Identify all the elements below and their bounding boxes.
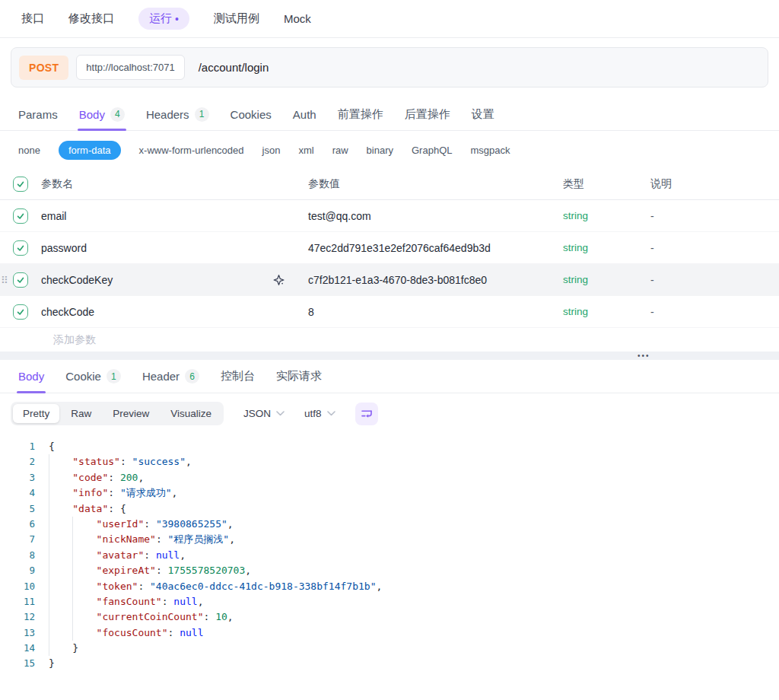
tab-label: Cookies bbox=[231, 108, 272, 121]
tab-label: 设置 bbox=[472, 107, 494, 122]
encoding-dropdown[interactable]: utf8 bbox=[304, 408, 335, 419]
top-tab[interactable]: 测试用例 • bbox=[214, 11, 259, 26]
tab[interactable]: 实际请求 bbox=[276, 360, 322, 393]
chevron-down-icon bbox=[276, 411, 285, 416]
tab-label: Params bbox=[18, 108, 58, 121]
code-line: 12"currentCoinCount": 10, bbox=[0, 609, 779, 625]
splitter-dots-icon[interactable]: ••• bbox=[638, 351, 650, 359]
code-content: "avatar": null, bbox=[35, 548, 186, 563]
params-table-header: 参数名 参数值 类型 说明 bbox=[0, 168, 779, 200]
param-name[interactable]: checkCode bbox=[41, 306, 308, 318]
body-type-option[interactable]: raw bbox=[332, 145, 348, 156]
tab[interactable]: 控制台 bbox=[221, 360, 255, 393]
code-line: 6"userId": "3980865255", bbox=[0, 517, 779, 532]
body-type-option[interactable]: msgpack bbox=[470, 145, 510, 156]
tab[interactable]: Auth bbox=[293, 98, 316, 130]
line-number: 8 bbox=[0, 548, 35, 563]
view-mode-button[interactable]: Pretty bbox=[13, 404, 59, 423]
param-value[interactable]: 47ec2dd791e31e2ef2076caf64ed9b3d bbox=[308, 242, 563, 254]
top-tab-label: 测试用例 bbox=[214, 11, 259, 26]
view-mode-button[interactable]: Raw bbox=[61, 404, 101, 423]
line-number: 2 bbox=[0, 454, 35, 469]
line-number: 15 bbox=[0, 656, 35, 671]
tab-label: Header bbox=[142, 370, 180, 383]
column-header-type: 类型 bbox=[563, 177, 650, 191]
tab[interactable]: Headers 1 bbox=[146, 98, 209, 130]
code-content: "info": "请求成功", bbox=[35, 485, 177, 501]
tab[interactable]: Cookies bbox=[231, 98, 272, 130]
tab[interactable]: 设置 bbox=[472, 98, 494, 130]
top-tab-label: Mock bbox=[284, 12, 311, 25]
checkbox-checked-icon[interactable] bbox=[13, 304, 28, 320]
param-name[interactable]: email bbox=[41, 210, 308, 222]
view-mode-button[interactable]: Preview bbox=[103, 404, 159, 423]
checkbox-checked-icon[interactable] bbox=[13, 208, 28, 224]
drag-handle-icon[interactable]: ⠿ bbox=[1, 274, 8, 285]
checkbox-checked-icon[interactable] bbox=[13, 240, 28, 256]
line-number: 9 bbox=[0, 563, 35, 578]
param-description[interactable]: - bbox=[650, 210, 779, 222]
top-tab[interactable]: 修改接口 • bbox=[68, 11, 114, 26]
checkbox-checked-icon[interactable] bbox=[13, 272, 28, 288]
top-tab[interactable]: 接口 • bbox=[21, 11, 44, 26]
panel-splitter[interactable]: ••• bbox=[0, 352, 779, 360]
param-type[interactable]: string bbox=[563, 242, 650, 253]
body-type-option[interactable]: x-www-form-urlencoded bbox=[139, 145, 244, 156]
code-content: } bbox=[35, 656, 55, 671]
method-select[interactable]: POST bbox=[19, 56, 68, 80]
param-name[interactable]: password bbox=[41, 242, 308, 254]
body-type-option[interactable]: GraphQL bbox=[412, 145, 452, 156]
param-type[interactable]: string bbox=[563, 210, 650, 221]
param-description[interactable]: - bbox=[650, 274, 779, 286]
indent-guide bbox=[49, 532, 72, 547]
magic-wand-icon[interactable] bbox=[272, 273, 285, 286]
request-path-field[interactable]: /account/login bbox=[199, 61, 269, 74]
tab[interactable]: 后置操作 bbox=[405, 98, 450, 130]
body-type-option[interactable]: none bbox=[18, 145, 40, 156]
body-type-option[interactable]: json bbox=[262, 145, 281, 156]
request-bar: POST http://localhost:7071 /account/logi… bbox=[11, 47, 768, 88]
code-line: 7"nickName": "程序员搁浅", bbox=[0, 532, 779, 547]
header-checkbox-cell bbox=[0, 177, 41, 192]
body-type-option[interactable]: binary bbox=[367, 145, 393, 156]
tab[interactable]: Header 6 bbox=[142, 360, 199, 393]
param-row: ⠿ checkCode 8 string - bbox=[0, 296, 779, 328]
top-tab-label: 修改接口 bbox=[68, 11, 114, 26]
tab[interactable]: 前置操作 bbox=[338, 98, 383, 130]
param-value[interactable]: 8 bbox=[308, 306, 563, 318]
tab[interactable]: Params bbox=[18, 98, 58, 130]
checkbox-checked-icon[interactable] bbox=[13, 177, 28, 192]
param-type[interactable]: string bbox=[563, 306, 650, 317]
code-content: "status": "success", bbox=[35, 454, 192, 469]
param-description[interactable]: - bbox=[650, 306, 779, 318]
tab-label: Auth bbox=[293, 108, 316, 121]
tab-count-badge: 4 bbox=[110, 107, 125, 122]
word-wrap-button[interactable] bbox=[355, 402, 378, 425]
tab[interactable]: Cookie 1 bbox=[65, 360, 121, 393]
param-name[interactable]: checkCodeKey bbox=[41, 274, 308, 286]
indent-guide bbox=[49, 594, 72, 609]
base-url-field[interactable]: http://localhost:7071 bbox=[76, 55, 184, 80]
line-number: 6 bbox=[0, 517, 35, 532]
tab[interactable]: Body bbox=[18, 360, 44, 393]
top-tab-label: 接口 bbox=[21, 11, 44, 26]
line-number: 7 bbox=[0, 532, 35, 547]
param-value[interactable]: c7f2b121-e1a3-4670-8de3-b081fc8e0 bbox=[308, 274, 563, 286]
tab[interactable]: Body 4 bbox=[79, 98, 125, 130]
request-bar-section: POST http://localhost:7071 /account/logi… bbox=[0, 38, 779, 98]
top-tab[interactable]: 运行 • bbox=[138, 8, 189, 30]
view-mode-switcher: PrettyRawPreviewVisualize bbox=[11, 402, 224, 425]
view-mode-button[interactable]: Visualize bbox=[161, 404, 221, 423]
code-line: 15} bbox=[0, 656, 779, 671]
param-description[interactable]: - bbox=[650, 242, 779, 254]
add-param-button[interactable]: 添加参数 bbox=[0, 328, 779, 352]
line-number: 11 bbox=[0, 594, 35, 609]
indent-guide bbox=[49, 563, 72, 578]
format-dropdown[interactable]: JSON bbox=[243, 408, 285, 419]
line-number: 4 bbox=[0, 485, 35, 501]
body-type-option[interactable]: xml bbox=[298, 145, 313, 156]
body-type-option[interactable]: form-data bbox=[59, 141, 121, 160]
top-tab[interactable]: Mock • bbox=[284, 12, 311, 25]
param-type[interactable]: string bbox=[563, 274, 650, 285]
param-value[interactable]: test@qq.com bbox=[308, 210, 563, 222]
